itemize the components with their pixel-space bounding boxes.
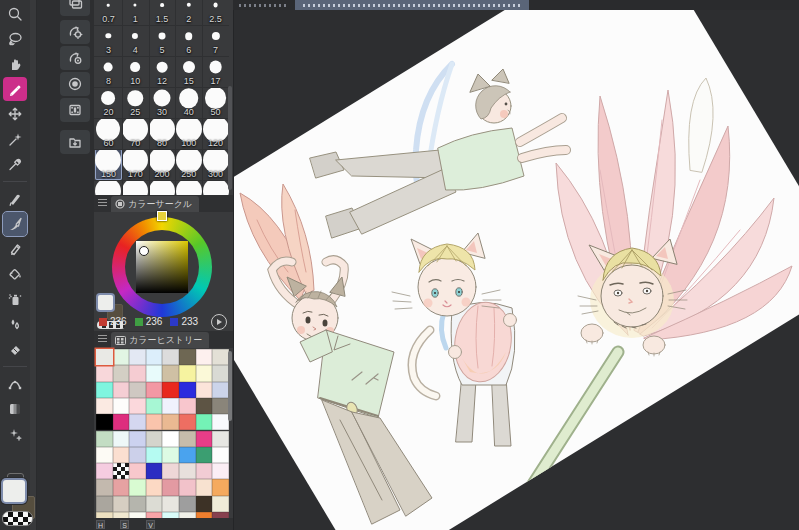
- history-swatch[interactable]: [146, 431, 163, 447]
- timeline-button[interactable]: [60, 98, 90, 122]
- history-swatch[interactable]: [196, 463, 213, 479]
- history-swatch[interactable]: [113, 382, 130, 398]
- color-wheel-tab[interactable]: カラーサークル: [111, 196, 199, 212]
- brush-size-60[interactable]: 60: [95, 118, 122, 149]
- history-swatch[interactable]: [113, 431, 130, 447]
- history-swatch[interactable]: [162, 382, 179, 398]
- history-swatch[interactable]: [196, 496, 213, 512]
- brush-size-0.7[interactable]: 0.7: [95, 0, 122, 25]
- mini-foreground-swatch[interactable]: [98, 295, 113, 310]
- history-swatch[interactable]: [113, 479, 130, 495]
- brush-size-8[interactable]: 8: [95, 56, 122, 87]
- brush-size-100[interactable]: 100: [175, 118, 202, 149]
- history-swatch[interactable]: [146, 398, 163, 414]
- history-swatch[interactable]: [162, 349, 179, 365]
- fill-tool[interactable]: [3, 262, 27, 286]
- history-swatch[interactable]: [146, 414, 163, 430]
- history-swatch[interactable]: [146, 447, 163, 463]
- blend-tool[interactable]: [3, 312, 27, 336]
- history-swatch[interactable]: [113, 349, 130, 365]
- history-swatch[interactable]: [146, 349, 163, 365]
- history-swatch[interactable]: [212, 447, 229, 463]
- airbrush-tool[interactable]: [3, 287, 27, 311]
- history-swatch[interactable]: [96, 398, 113, 414]
- inactive-tab-text-fragment[interactable]: [239, 4, 289, 7]
- brush-size-2.5[interactable]: 2.5: [202, 0, 229, 25]
- brush-size-70[interactable]: 70: [122, 118, 149, 149]
- transparent-color-swatch[interactable]: [2, 511, 33, 526]
- brush-size-partial[interactable]: [202, 180, 229, 196]
- brush-size-1[interactable]: 1: [122, 0, 149, 25]
- history-swatch[interactable]: [162, 447, 179, 463]
- slider-tab-S[interactable]: S: [120, 520, 129, 529]
- history-swatch[interactable]: [96, 349, 113, 365]
- brush-size-300[interactable]: 300: [202, 149, 229, 180]
- color-mode-toggle-icon[interactable]: [211, 314, 227, 330]
- history-swatch[interactable]: [96, 382, 113, 398]
- rotate-target-button[interactable]: [60, 46, 90, 70]
- history-swatch[interactable]: [212, 431, 229, 447]
- history-swatch[interactable]: [113, 463, 130, 479]
- marker-tool[interactable]: [3, 77, 27, 101]
- history-swatch[interactable]: [96, 447, 113, 463]
- brush-size-4[interactable]: 4: [122, 25, 149, 56]
- history-swatch[interactable]: [113, 398, 130, 414]
- slider-tab-H[interactable]: H: [96, 520, 105, 529]
- history-swatch[interactable]: [113, 447, 130, 463]
- brush-size-40[interactable]: 40: [175, 87, 202, 118]
- brush-size-150[interactable]: 150: [95, 149, 122, 180]
- gradient-tool[interactable]: [3, 397, 27, 421]
- history-swatch[interactable]: [129, 398, 146, 414]
- history-swatch[interactable]: [179, 431, 196, 447]
- history-swatch[interactable]: [212, 365, 229, 381]
- panel-menu-icon[interactable]: [98, 335, 107, 343]
- zoom-tool[interactable]: [3, 2, 27, 26]
- history-swatch[interactable]: [129, 349, 146, 365]
- history-swatch[interactable]: [179, 479, 196, 495]
- brush-size-partial[interactable]: [149, 180, 176, 196]
- history-swatch[interactable]: [113, 414, 130, 430]
- brush-panel-scrollbar[interactable]: [228, 86, 232, 190]
- brush-size-7[interactable]: 7: [202, 25, 229, 56]
- history-swatch[interactable]: [212, 349, 229, 365]
- color-history-tab[interactable]: カラーヒストリー: [111, 332, 209, 348]
- history-swatch[interactable]: [96, 365, 113, 381]
- history-swatch[interactable]: [212, 398, 229, 414]
- brush-size-20[interactable]: 20: [95, 87, 122, 118]
- lasso-tool[interactable]: [3, 27, 27, 51]
- history-swatch[interactable]: [146, 365, 163, 381]
- brush-size-6[interactable]: 6: [175, 25, 202, 56]
- history-swatch[interactable]: [179, 496, 196, 512]
- brush-size-120[interactable]: 120: [202, 118, 229, 149]
- auto-select-tool[interactable]: [3, 127, 27, 151]
- hue-marker[interactable]: [157, 211, 167, 221]
- history-swatch[interactable]: [162, 398, 179, 414]
- pencil-tool[interactable]: [3, 237, 27, 261]
- brush-size-5[interactable]: 5: [149, 25, 176, 56]
- brush-tool[interactable]: [3, 212, 27, 236]
- brush-size-250[interactable]: 250: [175, 149, 202, 180]
- brush-size-80[interactable]: 80: [149, 118, 176, 149]
- brush-size-25[interactable]: 25: [122, 87, 149, 118]
- brush-size-200[interactable]: 200: [149, 149, 176, 180]
- eraser-tool[interactable]: [3, 337, 27, 361]
- history-swatch[interactable]: [196, 365, 213, 381]
- layers-button[interactable]: [60, 0, 90, 16]
- history-swatch[interactable]: [129, 447, 146, 463]
- sv-cursor[interactable]: [139, 246, 149, 256]
- history-swatch[interactable]: [179, 414, 196, 430]
- brush-size-partial[interactable]: [175, 180, 202, 196]
- brush-size-2[interactable]: 2: [175, 0, 202, 25]
- history-swatch[interactable]: [129, 382, 146, 398]
- history-swatch[interactable]: [162, 414, 179, 430]
- history-swatch[interactable]: [196, 447, 213, 463]
- history-swatch[interactable]: [212, 496, 229, 512]
- history-swatch[interactable]: [162, 463, 179, 479]
- history-swatch[interactable]: [96, 431, 113, 447]
- history-swatch[interactable]: [96, 496, 113, 512]
- history-swatch[interactable]: [196, 414, 213, 430]
- history-swatch[interactable]: [162, 496, 179, 512]
- history-swatch[interactable]: [196, 431, 213, 447]
- eyedropper-tool[interactable]: [3, 152, 27, 176]
- history-swatch[interactable]: [129, 414, 146, 430]
